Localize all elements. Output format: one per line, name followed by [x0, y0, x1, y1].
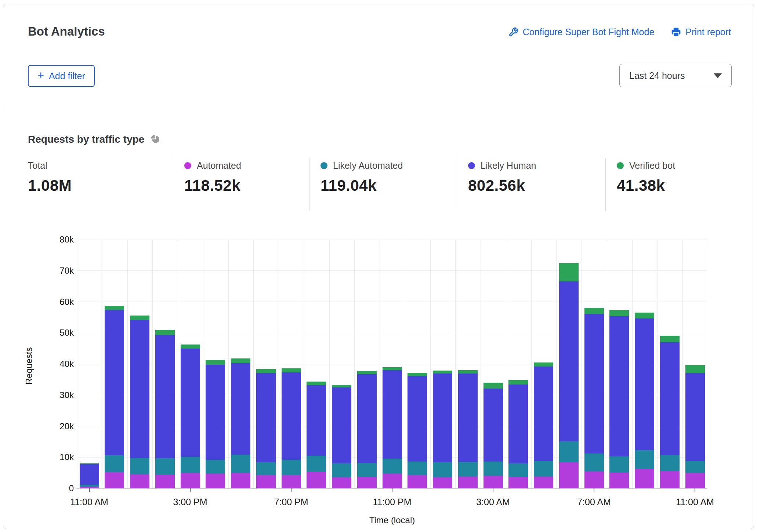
bar-segment-automated[interactable]: [256, 475, 276, 488]
bar-segment-verified-bot[interactable]: [508, 380, 528, 385]
bar-segment-likely-automated[interactable]: [105, 455, 124, 472]
bar-segment-likely-automated[interactable]: [433, 462, 452, 477]
bar-segment-verified-bot[interactable]: [307, 382, 326, 385]
bar-segment-likely-automated[interactable]: [458, 462, 478, 477]
bar-segment-likely-human[interactable]: [256, 373, 276, 462]
bar-segment-likely-automated[interactable]: [307, 456, 326, 472]
bar-segment-likely-automated[interactable]: [508, 463, 528, 477]
bar-segment-likely-automated[interactable]: [408, 462, 427, 475]
bar-segment-likely-automated[interactable]: [282, 460, 301, 475]
bar-segment-automated[interactable]: [458, 477, 478, 488]
bar-segment-likely-human[interactable]: [559, 281, 579, 441]
time-range-select[interactable]: Last 24 hours: [619, 64, 732, 87]
bar-segment-likely-human[interactable]: [408, 376, 427, 462]
bar-segment-verified-bot[interactable]: [534, 362, 553, 367]
bar-segment-likely-human[interactable]: [307, 385, 326, 456]
bar-segment-likely-human[interactable]: [155, 335, 175, 458]
bar-segment-automated[interactable]: [685, 473, 705, 488]
bar-segment-automated[interactable]: [181, 473, 200, 488]
bar-segment-likely-automated[interactable]: [609, 456, 629, 473]
bar-segment-verified-bot[interactable]: [282, 368, 301, 372]
bar-segment-automated[interactable]: [206, 474, 225, 488]
bar-segment-likely-automated[interactable]: [332, 463, 351, 477]
bar-segment-likely-human[interactable]: [282, 372, 301, 460]
bar-segment-likely-automated[interactable]: [130, 458, 149, 474]
bar-segment-verified-bot[interactable]: [433, 371, 452, 374]
bar-segment-verified-bot[interactable]: [660, 336, 680, 342]
configure-super-bot-fight-mode-link[interactable]: Configure Super Bot Fight Mode: [508, 27, 655, 37]
bar-segment-likely-automated[interactable]: [660, 455, 680, 471]
bar-segment-likely-automated[interactable]: [155, 458, 175, 475]
bar-segment-automated[interactable]: [534, 477, 553, 488]
bar-segment-verified-bot[interactable]: [130, 316, 149, 320]
bar-segment-verified-bot[interactable]: [105, 306, 124, 310]
bar-segment-likely-human[interactable]: [357, 374, 377, 463]
bar-segment-automated[interactable]: [584, 471, 604, 488]
bar-segment-automated[interactable]: [155, 475, 175, 488]
bar-segment-likely-automated[interactable]: [357, 463, 377, 477]
bar-segment-likely-human[interactable]: [635, 318, 654, 450]
bar-segment-likely-automated[interactable]: [584, 453, 604, 471]
bar-segment-likely-automated[interactable]: [80, 485, 99, 487]
bar-segment-automated[interactable]: [231, 473, 250, 488]
bar-segment-likely-human[interactable]: [332, 387, 351, 463]
add-filter-button[interactable]: + Add filter: [28, 65, 95, 87]
bar-segment-likely-human[interactable]: [660, 342, 680, 455]
bar-segment-likely-human[interactable]: [105, 310, 124, 455]
print-report-link[interactable]: Print report: [671, 27, 731, 37]
bar-segment-verified-bot[interactable]: [458, 370, 478, 374]
bar-segment-automated[interactable]: [307, 472, 326, 488]
bar-segment-likely-human[interactable]: [609, 316, 629, 456]
bar-segment-likely-automated[interactable]: [559, 441, 579, 462]
bar-segment-likely-automated[interactable]: [206, 460, 225, 474]
bar-segment-likely-human[interactable]: [508, 385, 528, 463]
bar-segment-automated[interactable]: [357, 477, 377, 488]
bar-segment-likely-automated[interactable]: [256, 462, 276, 475]
bar-segment-verified-bot[interactable]: [231, 358, 250, 364]
bar-segment-automated[interactable]: [609, 473, 629, 488]
bar-segment-automated[interactable]: [282, 475, 301, 488]
bar-segment-verified-bot[interactable]: [685, 365, 705, 373]
bar-segment-likely-human[interactable]: [206, 365, 225, 460]
bar-segment-verified-bot[interactable]: [483, 383, 503, 389]
bar-segment-verified-bot[interactable]: [584, 308, 604, 314]
bar-segment-likely-human[interactable]: [130, 320, 149, 458]
bar-segment-verified-bot[interactable]: [383, 367, 402, 370]
bar-segment-automated[interactable]: [105, 472, 124, 488]
bar-segment-likely-automated[interactable]: [635, 450, 654, 469]
bar-segment-verified-bot[interactable]: [181, 345, 200, 349]
bar-segment-likely-automated[interactable]: [181, 457, 200, 473]
bar-segment-likely-human[interactable]: [685, 373, 705, 460]
bar-segment-likely-human[interactable]: [433, 374, 452, 462]
bar-segment-automated[interactable]: [383, 474, 402, 488]
bar-segment-automated[interactable]: [130, 474, 149, 488]
bar-segment-automated[interactable]: [508, 477, 528, 488]
bar-segment-verified-bot[interactable]: [155, 330, 175, 335]
bar-segment-automated[interactable]: [559, 462, 579, 488]
bar-segment-verified-bot[interactable]: [635, 313, 654, 318]
bar-segment-automated[interactable]: [332, 477, 351, 489]
bar-segment-likely-human[interactable]: [584, 314, 604, 453]
bar-segment-likely-automated[interactable]: [534, 461, 553, 476]
bar-segment-verified-bot[interactable]: [559, 263, 579, 281]
bar-segment-likely-human[interactable]: [181, 349, 200, 457]
bar-segment-likely-human[interactable]: [483, 389, 503, 462]
bar-segment-automated[interactable]: [408, 475, 427, 488]
bar-segment-verified-bot[interactable]: [206, 360, 225, 365]
bar-segment-verified-bot[interactable]: [256, 369, 276, 373]
bar-segment-verified-bot[interactable]: [408, 373, 427, 376]
bar-segment-likely-automated[interactable]: [483, 462, 503, 476]
bar-segment-likely-automated[interactable]: [383, 459, 402, 474]
bar-segment-verified-bot[interactable]: [80, 463, 99, 464]
bar-segment-automated[interactable]: [635, 469, 654, 488]
bar-segment-automated[interactable]: [433, 477, 452, 489]
bar-segment-likely-human[interactable]: [383, 370, 402, 459]
bar-segment-automated[interactable]: [660, 471, 680, 488]
bar-segment-likely-automated[interactable]: [231, 455, 250, 473]
bar-segment-likely-automated[interactable]: [685, 461, 705, 473]
bar-segment-likely-human[interactable]: [458, 374, 478, 462]
bar-segment-likely-human[interactable]: [534, 367, 553, 461]
bar-segment-likely-human[interactable]: [80, 464, 99, 485]
bar-segment-verified-bot[interactable]: [357, 371, 377, 374]
bar-segment-verified-bot[interactable]: [332, 385, 351, 388]
